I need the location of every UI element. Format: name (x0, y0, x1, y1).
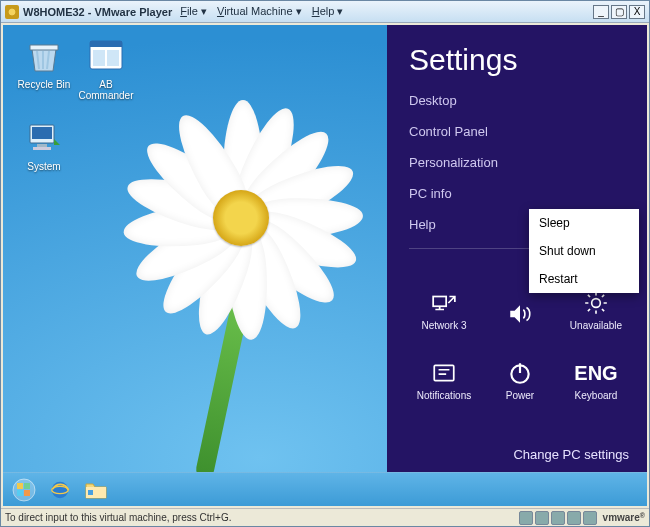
svg-rect-17 (433, 297, 446, 307)
charm-link-pc-info[interactable]: PC info (409, 186, 647, 201)
tile-label: Keyboard (575, 390, 618, 401)
svg-rect-2 (93, 50, 105, 66)
start-icon (12, 478, 36, 502)
ab-commander-icon (86, 35, 126, 75)
tile-power[interactable]: Power (485, 337, 555, 401)
svg-rect-12 (24, 490, 30, 496)
svg-rect-11 (17, 490, 23, 496)
system-icon (24, 117, 64, 157)
app-icon (5, 5, 19, 19)
tile-label: Power (506, 390, 534, 401)
tile-label: Unavailable (570, 320, 622, 331)
vmware-logo: vmware® (603, 512, 645, 523)
start-button[interactable] (9, 477, 39, 503)
tile-label: Network (421, 320, 458, 331)
menu-virtual-machine[interactable]: Virtual Machine ▾ (217, 5, 302, 18)
status-hint: To direct input to this virtual machine,… (5, 512, 231, 523)
icon-label: System (15, 161, 73, 172)
folder-icon (84, 479, 108, 501)
brightness-icon (583, 290, 609, 316)
svg-rect-7 (33, 147, 51, 150)
power-icon (507, 360, 533, 386)
power-menu-restart[interactable]: Restart (529, 265, 639, 293)
settings-charm: Settings Desktop Control Panel Personali… (387, 25, 647, 472)
maximize-button[interactable]: ▢ (611, 5, 627, 19)
taskbar (3, 472, 647, 506)
svg-rect-16 (88, 490, 93, 495)
status-icon[interactable] (535, 511, 549, 525)
change-pc-settings[interactable]: Change PC settings (513, 447, 629, 462)
status-icon[interactable] (519, 511, 533, 525)
app-title: VMware Player (95, 6, 173, 18)
minimize-button[interactable]: _ (593, 5, 609, 19)
charm-link-desktop[interactable]: Desktop (409, 93, 647, 108)
charm-link-control-panel[interactable]: Control Panel (409, 124, 647, 139)
svg-rect-10 (24, 483, 30, 489)
power-menu-sleep[interactable]: Sleep (529, 209, 639, 237)
taskbar-ie[interactable] (45, 477, 75, 503)
svg-rect-3 (107, 50, 119, 66)
keyboard-lang: ENG (574, 360, 617, 386)
icon-label: AB Commander (77, 79, 135, 101)
svg-rect-9 (17, 483, 23, 489)
icon-label: Recycle Bin (15, 79, 73, 90)
status-icon[interactable] (567, 511, 581, 525)
desktop-icon-ab-commander[interactable]: AB Commander (77, 35, 135, 101)
volume-icon (507, 301, 533, 327)
statusbar: To direct input to this virtual machine,… (1, 508, 649, 526)
tile-notifications[interactable]: Notifications (409, 337, 479, 401)
menu-file[interactable]: File ▾ (180, 5, 207, 18)
menubar: File ▾ Virtual Machine ▾ Help ▾ (180, 5, 343, 18)
svg-rect-5 (32, 127, 52, 139)
guest-screen[interactable]: Recycle Bin AB Commander System Settings (3, 25, 647, 506)
status-icon[interactable] (551, 511, 565, 525)
svg-point-18 (592, 299, 601, 308)
recycle-bin-icon (24, 35, 64, 75)
charm-link-personalization[interactable]: Personalization (409, 155, 647, 170)
ie-icon (49, 479, 71, 501)
status-icon[interactable] (583, 511, 597, 525)
charm-title: Settings (409, 43, 647, 77)
notifications-icon (431, 360, 457, 386)
svg-rect-6 (37, 144, 47, 147)
taskbar-explorer[interactable] (81, 477, 111, 503)
vm-name: W8HOME32 (23, 6, 85, 18)
svg-rect-19 (434, 365, 454, 380)
tile-keyboard[interactable]: ENG Keyboard (561, 337, 631, 401)
close-button[interactable]: X (629, 5, 645, 19)
desktop-icon-system[interactable]: System (15, 117, 73, 172)
svg-rect-1 (90, 41, 122, 47)
power-menu-shutdown[interactable]: Shut down (529, 237, 639, 265)
menu-help[interactable]: Help ▾ (312, 5, 344, 18)
network-icon (431, 290, 457, 316)
tile-label: Notifications (417, 390, 471, 401)
power-menu: Sleep Shut down Restart (529, 209, 639, 293)
tile-network[interactable]: Network 3 (409, 267, 479, 331)
desktop-icon-recycle-bin[interactable]: Recycle Bin (15, 35, 73, 90)
titlebar: W8HOME32 - VMware Player File ▾ Virtual … (1, 1, 649, 23)
